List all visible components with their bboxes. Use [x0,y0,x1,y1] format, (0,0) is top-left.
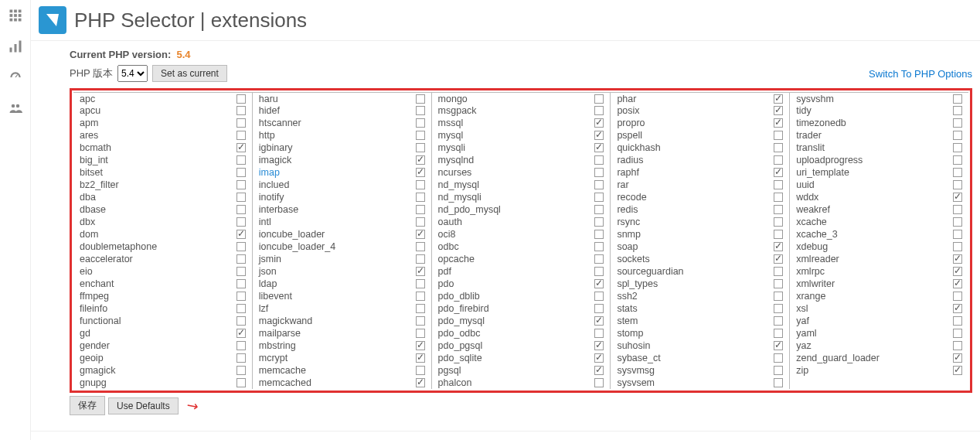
extension-checkbox[interactable] [236,366,246,375]
extension-checkbox[interactable] [953,304,962,313]
extension-checkbox[interactable] [416,143,425,152]
extension-checkbox[interactable] [774,242,783,251]
extension-checkbox[interactable] [236,180,246,189]
extension-checkbox[interactable] [236,353,246,363]
extension-checkbox[interactable] [953,131,962,140]
extension-checkbox[interactable] [594,143,604,152]
extension-checkbox[interactable] [594,131,604,140]
extension-checkbox[interactable] [953,341,962,350]
extension-checkbox[interactable] [416,168,425,177]
save-button[interactable]: 保存 [70,396,105,415]
extension-checkbox[interactable] [953,279,962,288]
extension-checkbox[interactable] [594,292,604,301]
extension-checkbox[interactable] [236,94,246,104]
nav-dashboard-icon[interactable] [0,62,31,93]
extension-checkbox[interactable] [774,94,783,104]
extension-checkbox[interactable] [236,341,246,350]
extension-checkbox[interactable] [774,341,783,350]
extension-checkbox[interactable] [416,155,425,165]
extension-checkbox[interactable] [594,94,604,104]
extension-checkbox[interactable] [774,366,783,375]
extension-checkbox[interactable] [774,353,783,363]
extension-checkbox[interactable] [774,316,783,326]
extension-checkbox[interactable] [774,205,783,214]
extension-checkbox[interactable] [594,180,604,189]
use-defaults-button[interactable]: Use Defaults [108,397,179,414]
extension-checkbox[interactable] [416,180,425,189]
extension-checkbox[interactable] [416,94,425,104]
extension-checkbox[interactable] [416,254,425,264]
extension-checkbox[interactable] [774,329,783,338]
extension-checkbox[interactable] [236,329,246,338]
extension-checkbox[interactable] [416,106,425,115]
extension-checkbox[interactable] [953,94,962,104]
extension-checkbox[interactable] [236,131,246,140]
extension-checkbox[interactable] [774,131,783,140]
extension-checkbox[interactable] [236,217,246,227]
set-current-button[interactable]: Set as current [152,65,227,82]
extension-checkbox[interactable] [416,304,425,313]
extension-checkbox[interactable] [416,118,425,128]
extension-checkbox[interactable] [236,118,246,128]
extension-checkbox[interactable] [236,254,246,264]
extension-checkbox[interactable] [594,304,604,313]
extension-checkbox[interactable] [594,155,604,165]
extension-checkbox[interactable] [953,254,962,264]
extension-checkbox[interactable] [236,193,246,202]
extension-checkbox[interactable] [416,131,425,140]
nav-users-icon[interactable] [0,93,31,124]
extension-checkbox[interactable] [774,193,783,202]
extension-checkbox[interactable] [236,378,246,387]
extension-checkbox[interactable] [416,230,425,239]
extension-checkbox[interactable] [594,341,604,350]
extension-checkbox[interactable] [594,106,604,115]
extension-checkbox[interactable] [236,155,246,165]
extension-checkbox[interactable] [953,106,962,115]
extension-checkbox[interactable] [416,292,425,301]
extension-checkbox[interactable] [416,316,425,326]
extension-checkbox[interactable] [594,316,604,326]
extension-checkbox[interactable] [774,168,783,177]
extension-checkbox[interactable] [594,230,604,239]
extension-checkbox[interactable] [594,378,604,387]
extension-checkbox[interactable] [774,279,783,288]
extension-checkbox[interactable] [594,118,604,128]
extension-checkbox[interactable] [236,242,246,251]
extension-checkbox[interactable] [953,143,962,152]
extension-checkbox[interactable] [953,118,962,128]
extension-checkbox[interactable] [416,217,425,227]
extension-checkbox[interactable] [594,353,604,363]
extension-checkbox[interactable] [594,242,604,251]
extension-checkbox[interactable] [953,353,962,363]
extension-checkbox[interactable] [774,230,783,239]
extension-checkbox[interactable] [594,168,604,177]
extension-checkbox[interactable] [236,279,246,288]
extension-checkbox[interactable] [236,267,246,276]
extension-checkbox[interactable] [594,205,604,214]
extension-checkbox[interactable] [236,292,246,301]
extension-checkbox[interactable] [594,217,604,227]
extension-checkbox[interactable] [774,267,783,276]
extension-checkbox[interactable] [774,217,783,227]
extension-checkbox[interactable] [416,341,425,350]
switch-options-link[interactable]: Switch To PHP Options [869,68,972,80]
extension-checkbox[interactable] [416,193,425,202]
extension-checkbox[interactable] [953,230,962,239]
extension-checkbox[interactable] [774,292,783,301]
extension-checkbox[interactable] [236,106,246,115]
extension-checkbox[interactable] [953,193,962,202]
extension-checkbox[interactable] [594,366,604,375]
extension-checkbox[interactable] [774,155,783,165]
extension-checkbox[interactable] [774,106,783,115]
extension-checkbox[interactable] [236,168,246,177]
extension-checkbox[interactable] [236,205,246,214]
extension-checkbox[interactable] [953,180,962,189]
php-version-select[interactable]: 5.4 [117,65,148,82]
extension-checkbox[interactable] [953,242,962,251]
extension-checkbox[interactable] [953,316,962,326]
extension-checkbox[interactable] [774,180,783,189]
extension-checkbox[interactable] [953,329,962,338]
extension-checkbox[interactable] [416,353,425,363]
extension-checkbox[interactable] [416,267,425,276]
extension-checkbox[interactable] [594,279,604,288]
